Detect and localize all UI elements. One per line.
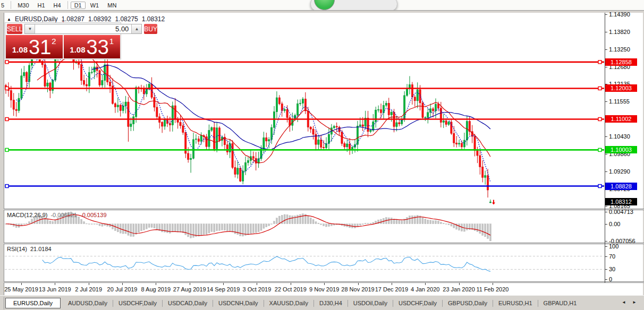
y-axis-tick: 1.11555: [609, 98, 630, 105]
buy-button[interactable]: BUY: [144, 24, 157, 34]
date-tick: [190, 283, 190, 285]
date-tick: [156, 283, 156, 285]
toolbar-separator: [67, 1, 68, 9]
rsi-pane[interactable]: [4, 244, 605, 281]
macd-main-value: -0.006521: [50, 212, 77, 218]
macd-label: MACD(12,26,9) -0.006521 -0.005139: [7, 212, 107, 218]
chart-tab-usdcnh-daily[interactable]: USDCNH,Daily: [213, 298, 264, 308]
price-level-label: 1.08828: [605, 183, 637, 190]
date-label: 4 Jan 2020: [411, 286, 439, 292]
rsi-axis-tick: 100: [609, 243, 618, 249]
sell-price-prefix: 1.08: [12, 45, 28, 54]
date-tick: [493, 283, 493, 285]
buy-price-prefix: 1.08: [70, 45, 85, 54]
volume-input[interactable]: [35, 24, 131, 33]
date-label: 23 Jan 2020: [443, 286, 475, 292]
chart-symbol-label: EURUSD,Daily: [15, 15, 58, 23]
timeframe-button-5[interactable]: 5: [1, 2, 8, 9]
rsi-value: 21.0184: [30, 246, 52, 252]
open-value: 1.08287: [62, 15, 84, 23]
date-tick: [291, 283, 291, 285]
low-value: 1.08275: [115, 15, 138, 23]
date-tick: [223, 283, 224, 285]
chart-tab-audusd-daily[interactable]: AUDUSD,Daily: [63, 298, 113, 308]
chart-ohlc-info: ▲ EURUSD,Daily 1.08287 1.08392 1.08275 1…: [7, 15, 165, 23]
date-label: 11 Feb 2020: [476, 286, 509, 292]
date-label: 13 Jun 2019: [39, 286, 71, 292]
macd-name: MACD(12,26,9): [7, 212, 47, 218]
date-tick: [324, 283, 325, 285]
chart-tab-usdcad-daily[interactable]: USDCAD,Daily: [163, 298, 213, 308]
buy-price-big: 33: [87, 37, 109, 57]
date-tick: [358, 283, 359, 285]
chart-tab-eurusd-daily[interactable]: EURUSD,Daily: [5, 298, 61, 308]
collapse-arrow-icon[interactable]: ▲: [7, 17, 11, 22]
date-label: 14 Sep 2019: [207, 286, 240, 292]
timeframe-button-m30[interactable]: M30: [14, 2, 32, 9]
price-level-label: 1.12003: [605, 84, 637, 92]
volume-stepper: ▼ ▲: [24, 24, 142, 34]
chart-tab-usdoil-daily[interactable]: USDOil,Daily: [348, 298, 393, 308]
date-label: 25 May 2019: [4, 286, 38, 292]
date-tick: [21, 283, 22, 285]
price-level-label: 1.12858: [605, 58, 637, 66]
close-value: 1.08312: [142, 15, 165, 23]
date-tick: [89, 283, 89, 285]
timeframe-button-h1[interactable]: H1: [34, 2, 49, 9]
date-label: 20 Jul 2019: [107, 286, 138, 292]
price-level-label: 1.11002: [605, 115, 637, 123]
sell-button[interactable]: SELL: [7, 24, 22, 34]
date-label: 28 Nov 2019: [341, 286, 374, 292]
date-tick: [55, 283, 55, 285]
tabbar-edge: [0, 297, 4, 309]
tabs-scroll-left-icon[interactable]: ◄: [622, 300, 626, 305]
chart-tab-bar: EURUSD,DailyAUDUSD,DailyUSDCHF,DailyUSDC…: [0, 295, 644, 310]
rsi-axis-tick: 30: [609, 266, 615, 272]
price-level-line[interactable]: [5, 148, 604, 151]
record-toggle-knob[interactable]: [314, 0, 335, 10]
tabs-scroll-right-icon[interactable]: ►: [632, 300, 637, 305]
chart-tab-usdchf-daily[interactable]: USDCHF,Daily: [113, 298, 162, 308]
high-value: 1.08392: [88, 15, 111, 23]
sell-arrow-icon: [492, 200, 495, 205]
chart-tab-xauusd-daily[interactable]: XAUUSD,Daily: [264, 298, 313, 308]
sell-quote[interactable]: 1.08 31 2: [6, 35, 63, 58]
macd-axis-tick: 0.004713: [609, 209, 633, 215]
volume-increase-icon[interactable]: ▲: [131, 24, 141, 33]
volume-decrease-icon[interactable]: ▼: [25, 24, 35, 33]
rsi-name: RSI(14): [7, 246, 27, 252]
sell-price-big: 31: [29, 37, 51, 57]
buy-price-pip: 1: [109, 37, 114, 46]
buy-quote[interactable]: 1.08 33 1: [64, 35, 121, 58]
chart-tab-gbpaud-h1[interactable]: GBPAUD,H1: [538, 298, 582, 308]
rsi-label: RSI(14) 21.0184: [7, 246, 52, 252]
date-tick: [459, 283, 460, 285]
rsi-axis-tick: 0: [609, 276, 612, 282]
y-axis-tick: 1.14390: [609, 11, 630, 18]
sell-price-pip: 2: [52, 37, 56, 46]
chart-tab-eurusd-h1[interactable]: EURUSD,H1: [493, 298, 538, 308]
date-tick: [425, 283, 426, 285]
date-label: 27 Aug 2019: [173, 286, 206, 292]
date-label: 8 Aug 2019: [141, 286, 171, 292]
macd-axis-tick: 0.00: [609, 221, 620, 227]
timeframe-button-h4[interactable]: H4: [50, 2, 65, 9]
mt4-window: 5M30H1H4D1W1MN ▲ EURUSD,Daily 1.08287 1.…: [0, 0, 644, 310]
price-level-line[interactable]: [5, 87, 604, 90]
price-level-label: 1.10003: [605, 146, 637, 153]
screen-record-pill: [310, 0, 397, 11]
timeframe-button-w1[interactable]: W1: [87, 2, 103, 9]
price-axis: 1.143901.138201.132501.126801.121351.115…: [605, 0, 643, 310]
timeframe-button-mn[interactable]: MN: [104, 2, 120, 9]
chart-tab-usdchf-daily[interactable]: USDCHF,Daily: [393, 298, 442, 308]
price-level-line[interactable]: [5, 185, 604, 188]
timeframe-button-d1[interactable]: D1: [71, 2, 86, 9]
y-axis-tick: 1.10430: [609, 133, 630, 140]
price-level-line[interactable]: [5, 117, 604, 120]
macd-signal-value: -0.005139: [80, 212, 107, 218]
date-axis: 25 May 201913 Jun 20192 Jul 201920 Jul 2…: [0, 285, 605, 295]
chart-tab-dj30-h4[interactable]: DJ30,H4: [314, 298, 348, 308]
chart-tab-gbpusd-daily[interactable]: GBPUSD,Daily: [443, 298, 493, 308]
date-tick: [122, 283, 123, 285]
date-label: 17 Dec 2019: [375, 286, 408, 292]
